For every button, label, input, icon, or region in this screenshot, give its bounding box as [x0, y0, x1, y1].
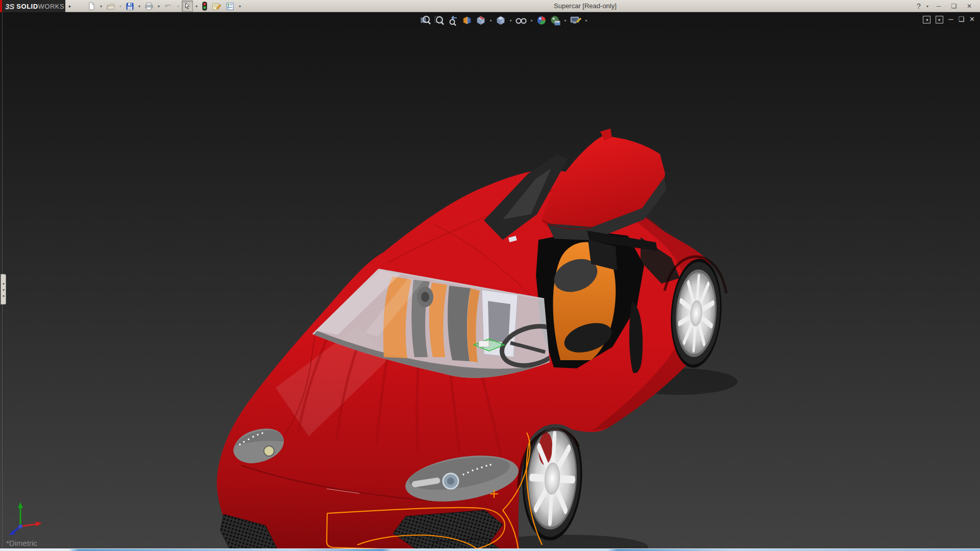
view-settings-dropdown[interactable]: ▾	[584, 18, 589, 23]
close-button[interactable]: ✕	[963, 1, 976, 11]
solidworks-logo: 3S SOLID WORKS	[0, 0, 65, 12]
doc-close-button[interactable]: ✕	[969, 15, 975, 23]
menu-expand-button[interactable]: ▸	[66, 2, 74, 11]
view-settings-button[interactable]	[569, 14, 582, 27]
printer-icon	[144, 2, 154, 11]
zoom-to-area-button[interactable]	[433, 14, 446, 27]
print-button[interactable]	[143, 1, 155, 12]
collapse-arrow-icon: ◂	[3, 294, 5, 297]
previous-view-icon	[448, 15, 459, 26]
select-button[interactable]	[182, 1, 193, 12]
open-folder-icon	[106, 2, 115, 11]
apply-scene-icon	[550, 15, 561, 26]
doc-minimize-button[interactable]: ─	[948, 15, 953, 23]
graphics-area[interactable]: ▾ ▾ ▾	[0, 12, 980, 548]
open-dropdown[interactable]: ▾	[118, 4, 123, 9]
undo-arrow-icon	[164, 2, 173, 11]
hide-show-items-dropdown[interactable]: ▾	[529, 18, 534, 23]
taskbar-edge	[0, 548, 980, 551]
display-style-cube-icon	[495, 15, 506, 26]
pane-toggle-right-button[interactable]: ▸	[936, 16, 943, 23]
new-document-icon	[87, 2, 96, 11]
appearance-ball-icon	[536, 15, 547, 26]
save-floppy-icon	[126, 2, 134, 11]
display-style-button[interactable]	[495, 14, 507, 27]
document-window-controls: ◂ ▸ ─ ❏ ✕	[923, 15, 975, 23]
view-orientation-cube-icon	[475, 15, 486, 26]
help-dropdown[interactable]: ▾	[925, 4, 930, 9]
section-view-button[interactable]	[461, 14, 473, 27]
display-style-dropdown[interactable]: ▾	[508, 18, 513, 23]
zoom-to-fit-icon	[420, 15, 431, 26]
eyeglasses-icon	[515, 15, 527, 26]
open-button[interactable]	[105, 1, 117, 12]
pane-toggle-left-button[interactable]: ◂	[923, 16, 930, 23]
rebuild-button[interactable]	[200, 1, 209, 12]
previous-view-button[interactable]	[447, 14, 459, 27]
options-dropdown[interactable]: ▾	[237, 4, 242, 9]
collapse-arrow-icon: ◂	[3, 282, 5, 285]
new-document-button[interactable]	[86, 1, 97, 12]
hide-show-items-button[interactable]	[514, 14, 528, 27]
apply-scene-button[interactable]	[549, 14, 561, 27]
options-button[interactable]	[224, 1, 236, 12]
view-settings-icon	[570, 15, 582, 26]
title-bar: 3S SOLID WORKS ▸ ▾ ▾ ▾	[0, 0, 980, 12]
view-orientation-dropdown[interactable]: ▾	[488, 18, 493, 23]
undo-dropdown[interactable]: ▾	[176, 4, 181, 9]
minimize-button[interactable]: ─	[932, 1, 945, 11]
supercar-3d-model[interactable]	[0, 12, 980, 548]
new-dropdown[interactable]: ▾	[99, 4, 104, 9]
undo-button[interactable]	[162, 1, 175, 12]
file-properties-icon	[212, 2, 222, 11]
collapsed-panel-tab[interactable]: ◂ ◂ ◂	[1, 274, 6, 305]
section-view-icon	[461, 15, 473, 26]
apply-scene-dropdown[interactable]: ▾	[563, 18, 568, 23]
save-button[interactable]	[124, 1, 136, 12]
options-list-icon	[226, 2, 235, 11]
file-properties-button[interactable]	[210, 1, 223, 12]
save-dropdown[interactable]: ▾	[137, 4, 142, 9]
select-dropdown[interactable]: ▾	[194, 4, 199, 9]
zoom-to-area-icon	[434, 15, 445, 26]
select-cursor-icon	[183, 2, 191, 11]
collapse-arrow-icon: ◂	[3, 288, 5, 291]
ds-logo-icon: 3S	[5, 2, 14, 11]
restore-button[interactable]: ❏	[947, 1, 961, 11]
document-title: Supercar [Read-only]	[554, 2, 617, 10]
view-orientation-button[interactable]	[475, 14, 487, 27]
traffic-light-icon	[202, 2, 208, 11]
help-button[interactable]: ?	[915, 2, 923, 10]
heads-up-view-toolbar: ▾ ▾ ▾	[420, 14, 589, 27]
reference-triad-icon	[4, 500, 48, 539]
view-orientation-label: *Dimetric	[6, 539, 37, 547]
print-dropdown[interactable]: ▾	[156, 4, 161, 9]
edit-appearance-button[interactable]	[535, 14, 548, 27]
doc-restore-button[interactable]: ❏	[958, 15, 964, 23]
zoom-to-fit-button[interactable]	[420, 14, 432, 27]
